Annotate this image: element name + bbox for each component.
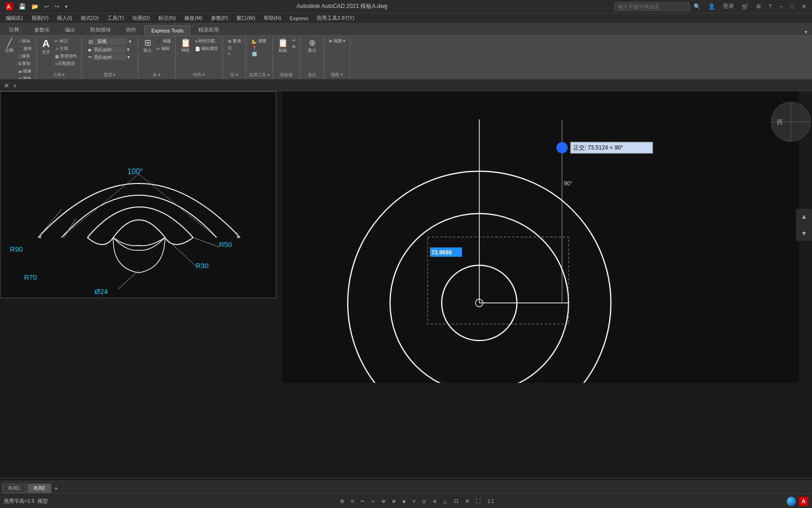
btn-calc[interactable]: 🔢 <box>250 51 268 57</box>
menu-format[interactable]: 格式(O) <box>77 14 102 23</box>
tab-parametric[interactable]: 参数化 <box>27 24 57 35</box>
btn-circle[interactable]: ○ 移动 <box>17 38 33 45</box>
quick-access-redo[interactable]: ↪ <box>53 2 61 11</box>
panel-up-arrow[interactable]: ▲ <box>801 213 807 220</box>
cart-icon[interactable]: 🛒 <box>740 2 750 11</box>
menu-help[interactable]: 帮助(H) <box>260 14 285 23</box>
btn-edit-block[interactable]: ✏ 编辑 <box>155 45 172 52</box>
tab-collaborate[interactable]: 协作 <box>119 24 143 35</box>
3dosnap-icon[interactable]: △ <box>441 498 449 505</box>
menu-tools[interactable]: 工具(T) <box>103 14 128 23</box>
panel-down-arrow[interactable]: ▼ <box>801 230 807 237</box>
quick-access-more[interactable]: ▾ <box>63 2 70 11</box>
menu-param[interactable]: 参数(P) <box>207 14 232 23</box>
left-viewport[interactable]: 100° R90 R70 R50 R30 Ø24 <box>0 91 276 298</box>
btn-mirror[interactable]: ⇌ 镜像 <box>17 68 33 75</box>
login-btn[interactable]: 登录 <box>721 1 736 11</box>
otrack-icon[interactable]: ⊗ <box>390 498 398 505</box>
menu-modify[interactable]: 修改(M) <box>180 14 206 23</box>
settings-icon[interactable]: ⚙ <box>754 2 763 11</box>
grid-icon[interactable]: ⊞ <box>338 498 346 505</box>
svg-text:R30: R30 <box>195 262 209 270</box>
btn-copy2[interactable]: ⧉ <box>291 44 297 50</box>
osnap-icon[interactable]: ⊕ <box>380 498 387 505</box>
menu-edit[interactable]: 编辑(E) <box>2 14 27 23</box>
layout-tab-add[interactable]: + <box>52 484 60 492</box>
btn-measure[interactable]: 📐 测量 <box>250 38 268 45</box>
menu-window[interactable]: 窗口(W) <box>233 14 259 23</box>
btn-insert-block[interactable]: ⊞ 插入 <box>141 38 154 55</box>
fullscreen-icon[interactable]: ⛶ <box>474 498 483 505</box>
btn-basepoint[interactable]: ⊕ 基点 <box>305 38 319 55</box>
lineweight-icon[interactable]: ≡ <box>411 498 417 505</box>
color-dropdown-icon[interactable]: ▾ <box>127 47 130 53</box>
layer-dropdown-icon[interactable]: ▾ <box>129 39 132 45</box>
autocad-taskbar-icon[interactable]: A <box>799 497 808 506</box>
ribbon-expand-btn[interactable]: ▾ <box>802 29 810 35</box>
search-icon[interactable]: 🔍 <box>692 2 703 11</box>
btn-offset[interactable]: ⊕ 圆角 <box>17 75 33 80</box>
btn-id[interactable]: 📍 <box>250 45 268 51</box>
btn-paste[interactable]: 📋 粘贴 <box>276 38 290 55</box>
btn-create-block[interactable]: ⬛ 创建 <box>155 38 172 45</box>
left-viewport-svg: 100° R90 R70 R50 R30 Ø24 <box>0 92 276 298</box>
workspace-icon[interactable]: ⚙ <box>463 498 471 505</box>
close-btn[interactable]: ✕ <box>800 2 808 11</box>
doc-tab-add[interactable]: + <box>11 82 19 89</box>
menu-dimension[interactable]: 标注(N) <box>155 14 180 23</box>
btn-view-more[interactable]: 👁 视图 ▾ <box>327 38 347 45</box>
btn-ungroup[interactable]: ⊡ <box>226 45 242 51</box>
menu-draw[interactable]: 绘图(D) <box>129 14 154 23</box>
btn-group[interactable]: ⊞ 量测 <box>226 38 242 45</box>
selectcycle-icon[interactable]: ⊛ <box>431 498 438 505</box>
btn-tolerance[interactable]: ▦ 图层特性 <box>54 53 78 60</box>
group-label-clipboard: 剪贴板 <box>280 71 293 78</box>
help-icon[interactable]: ? <box>767 2 774 11</box>
menu-express[interactable]: Express <box>286 15 312 22</box>
menu-yanxiu[interactable]: 燕秀工具2.87(Y) <box>313 14 358 23</box>
btn-cut[interactable]: ✂ <box>291 38 297 43</box>
btn-copy[interactable]: ⧉ 复制 <box>17 60 33 67</box>
btn-add-to-group[interactable]: + <box>226 51 242 57</box>
btn-properties[interactable]: 📋 特性 <box>179 38 193 55</box>
btn-match-props[interactable]: ≡ 特性匹配 <box>194 38 219 45</box>
ribbon-group-text-content: A 文字 ⊢ 标注 ↗ 引线 ▦ 图层特性 ≡ 匹配图层 <box>39 38 78 71</box>
btn-dim-linear[interactable]: ⊢ 标注 <box>54 38 78 45</box>
ribbon-tabs: 注释 参数化 编出 附加模块 协作 Express Tools 精选应用 ▾ <box>0 24 812 36</box>
quick-access-save[interactable]: 💾 <box>17 2 28 11</box>
btn-match-prop[interactable]: ≡ 匹配图层 <box>54 60 78 67</box>
layout-tab-2[interactable]: 布局2 <box>27 484 52 493</box>
tab-output[interactable]: 编出 <box>58 24 82 35</box>
btn-list[interactable]: 📄 编辑属性 <box>194 45 219 52</box>
ortho-icon[interactable]: ⊢ <box>359 498 367 505</box>
btn-arc[interactable]: ⌒ 旋转 <box>17 45 33 52</box>
quick-access-undo[interactable]: ↩ <box>42 2 51 11</box>
ribbon-group-clipboard: 📋 粘贴 ✂ ⧉ 剪贴板 <box>273 36 301 79</box>
tab-annotation[interactable]: 注释 <box>2 24 26 35</box>
tab-addins[interactable]: 附加模块 <box>83 24 118 35</box>
btn-line[interactable]: ╱ 注释 <box>3 38 16 55</box>
chrome-icon[interactable] <box>787 497 796 506</box>
tab-express-tools[interactable]: Express Tools <box>144 25 190 35</box>
transparency-icon[interactable]: ◎ <box>420 498 428 505</box>
polar-icon[interactable]: ⟡ <box>370 498 377 505</box>
doc-tab-close[interactable]: ✕ <box>2 82 11 89</box>
tab-featured-apps[interactable]: 精选应用 <box>191 24 226 35</box>
dynin-icon[interactable]: ◈ <box>400 498 408 505</box>
search-input[interactable] <box>615 2 690 11</box>
viewcube: 西 <box>770 91 812 152</box>
btn-dim-leader[interactable]: ↗ 引线 <box>54 45 78 52</box>
layout-tab-1[interactable]: 布局1 <box>2 484 26 493</box>
btn-text[interactable]: A 文字 <box>39 38 53 56</box>
snap-icon[interactable]: ⊙ <box>349 498 356 505</box>
linetype-dropdown-icon[interactable]: ▾ <box>127 54 130 60</box>
quick-access-open[interactable]: 📂 <box>30 2 40 11</box>
user-icon[interactable]: 👤 <box>706 2 717 11</box>
menu-insert[interactable]: 插入(I) <box>53 14 76 23</box>
btn-rect[interactable]: □ 修剪 <box>17 53 33 60</box>
right-viewport[interactable]: 正交: 73.5124 < 90° 90° 72.9698 <box>282 91 812 383</box>
minimize-btn[interactable]: ─ <box>777 2 785 11</box>
add-group-icon: + <box>228 52 230 56</box>
menu-view[interactable]: 视图(V) <box>28 14 53 23</box>
maximize-btn[interactable]: □ <box>789 2 796 11</box>
